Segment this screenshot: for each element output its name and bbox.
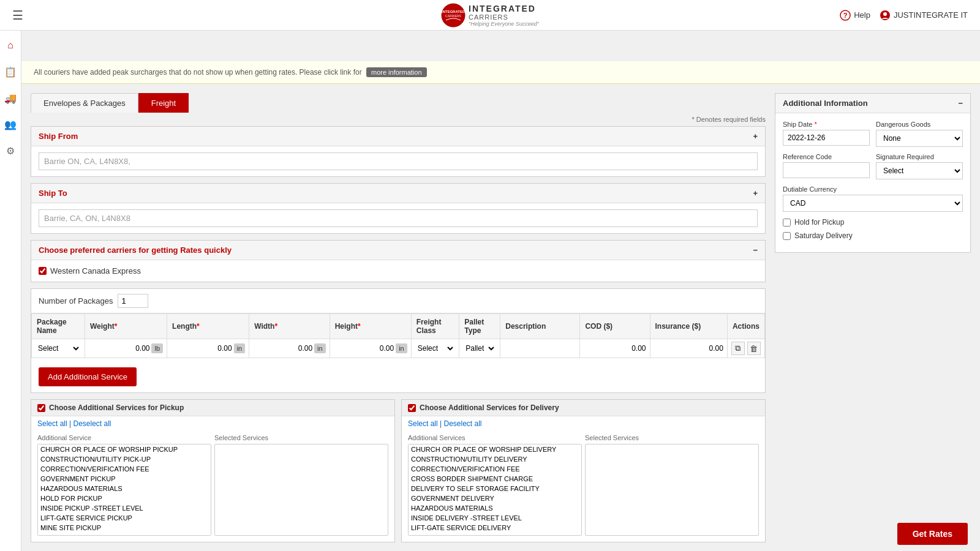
pickup-selected-col: Selected Services [214,434,388,536]
carriers-label: Choose preferred carriers for getting Ra… [39,246,232,255]
insurance-input[interactable] [654,344,723,353]
td-length: in [167,339,249,358]
width-unit: in [314,343,326,353]
ship-date-input[interactable] [783,130,870,146]
right-nav: ? Help JUSTINTEGRATE IT [840,10,968,21]
reference-code-label: Reference Code [783,153,870,160]
sidebar-item-home[interactable]: ⌂ [2,37,19,54]
content-area: Envelopes & Packages Freight * Denotes r… [21,84,980,551]
delivery-services-header: Choose Additional Services for Delivery [402,400,765,416]
saturday-delivery-checkbox[interactable] [783,232,791,240]
additional-info-body: Ship Date * Dangerous Goods None Class 1… [775,113,970,252]
pickup-select-all[interactable]: Select all [37,419,67,428]
additional-info-collapse-icon[interactable]: − [958,99,963,108]
ship-from-body [31,146,765,176]
carrier-western-canada-checkbox[interactable] [39,267,47,275]
hold-for-pickup-checkbox[interactable] [783,219,791,227]
signature-required-field: Signature Required Select Yes No [876,153,963,179]
logo: INTEGRATED CARRIERS INTEGRATED CARRIERS … [441,3,539,28]
ship-to-input[interactable] [39,209,758,227]
ship-from-header: Ship From + [31,127,765,146]
delete-row-button[interactable]: 🗑 [747,342,761,355]
tab-envelopes-packages[interactable]: Envelopes & Packages [31,93,138,113]
hold-for-pickup-row: Hold for Pickup [783,218,963,227]
sidebar-item-settings[interactable]: ⚙ [2,142,19,159]
additional-info-title: Additional Information [783,99,868,108]
pickup-additional-listbox[interactable]: CHURCH OR PLACE OF WORSHIP PICKUP CONSTR… [37,444,211,536]
more-info-button[interactable]: more information [366,67,427,77]
required-note: * Denotes required fields [31,113,766,126]
delivery-deselect-all[interactable]: Deselect all [444,419,482,428]
pickup-deselect-all[interactable]: Deselect all [74,419,111,428]
td-actions: ⧉ 🗑 [727,339,764,358]
sidebar-item-contacts[interactable]: 👥 [2,116,19,133]
tab-freight[interactable]: Freight [138,93,189,113]
description-input[interactable] [504,344,576,353]
saturday-delivery-label: Saturday Delivery [794,231,853,240]
packages-header: Number of Packages [31,289,765,313]
pickup-selected-label: Selected Services [214,434,388,441]
dutiable-currency-field: Dutiable Currency CAD USD [783,186,963,212]
svg-text:INTEGRATED: INTEGRATED [442,10,466,13]
sidebar: ⌂ 📋 🚚 👥 ⚙ [0,31,21,551]
reference-code-input[interactable] [783,162,870,178]
user-button[interactable]: JUSTINTEGRATE IT [880,10,968,21]
dangerous-goods-select[interactable]: None Class 1 Class 2 Class 3 [876,130,963,147]
user-label: JUSTINTEGRATE IT [894,10,968,20]
svg-text:?: ? [843,12,848,19]
width-input[interactable] [253,344,312,353]
delivery-services-label: Choose Additional Services for Delivery [420,403,559,412]
delivery-select-all[interactable]: Select all [408,419,438,428]
tabs: Envelopes & Packages Freight [31,93,766,113]
delivery-services-checkbox[interactable] [408,404,416,412]
add-additional-service-button[interactable]: Add Additional Service [39,367,137,386]
carrier-western-canada-label: Western Canada Express [50,266,141,276]
cod-input[interactable] [584,344,646,353]
packages-table-head: Package Name Weight* Length* Width* Heig… [32,314,765,339]
sidebar-item-carriers[interactable]: 🚚 [2,89,19,107]
get-rates-button[interactable]: Get Rates [897,523,968,545]
pickup-selected-listbox[interactable] [214,444,388,536]
ship-to-expand-icon[interactable]: + [753,189,758,198]
pickup-services-checkbox[interactable] [37,404,45,412]
left-panel: Envelopes & Packages Freight * Denotes r… [31,93,766,549]
right-panel: Additional Information − Ship Date * [775,93,971,549]
delivery-additional-listbox[interactable]: CHURCH OR PLACE OF WORSHIP DELIVERY CONS… [408,444,582,536]
length-input[interactable] [171,344,232,353]
package-name-select[interactable]: Select [36,343,81,353]
freight-class-select[interactable]: Select 50 55 60 [415,343,456,353]
ship-from-section: Ship From + [31,126,766,177]
packages-count-input[interactable] [118,294,148,308]
signature-required-select[interactable]: Select Yes No [876,162,963,179]
copy-row-button[interactable]: ⧉ [731,342,745,355]
signature-required-label: Signature Required [876,153,963,160]
delivery-selected-label: Selected Services [585,434,759,441]
ship-from-expand-icon[interactable]: + [753,132,758,141]
ship-from-input[interactable] [39,152,758,170]
ship-date-field: Ship Date * [783,121,870,147]
dangerous-goods-field: Dangerous Goods None Class 1 Class 2 Cla… [876,121,963,147]
packages-table-wrap: Package Name Weight* Length* Width* Heig… [31,313,765,361]
dutiable-currency-select[interactable]: CAD USD [783,195,963,212]
delivery-additional-col: Additional Services CHURCH OR PLACE OF W… [408,434,582,536]
reference-signature-row: Reference Code Signature Required Select… [783,153,963,179]
carriers-body: Western Canada Express [31,260,765,282]
carriers-collapse-icon[interactable]: − [753,246,758,255]
th-width: Width* [249,314,330,339]
height-input[interactable] [334,344,394,353]
hamburger-icon[interactable]: ☰ [12,8,23,23]
carriers-section: Choose preferred carriers for getting Ra… [31,240,766,282]
pickup-additional-col: Additional Service CHURCH OR PLACE OF WO… [37,434,211,536]
carriers-header: Choose preferred carriers for getting Ra… [31,241,765,260]
help-label: Help [854,10,870,20]
sidebar-item-shipments[interactable]: 📋 [2,63,19,80]
help-button[interactable]: ? Help [840,10,870,21]
height-unit: in [396,343,407,353]
dutiable-currency-row: Dutiable Currency CAD USD [783,186,963,212]
delivery-selected-listbox[interactable] [585,444,759,536]
weight-input[interactable] [89,344,150,353]
main-content: All couriers have added peak surcharges … [21,61,980,551]
pallet-type-select[interactable]: Pallet Skid [463,343,496,353]
delivery-selected-col: Selected Services [585,434,759,536]
ship-date-row: Ship Date * Dangerous Goods None Class 1… [783,121,963,147]
